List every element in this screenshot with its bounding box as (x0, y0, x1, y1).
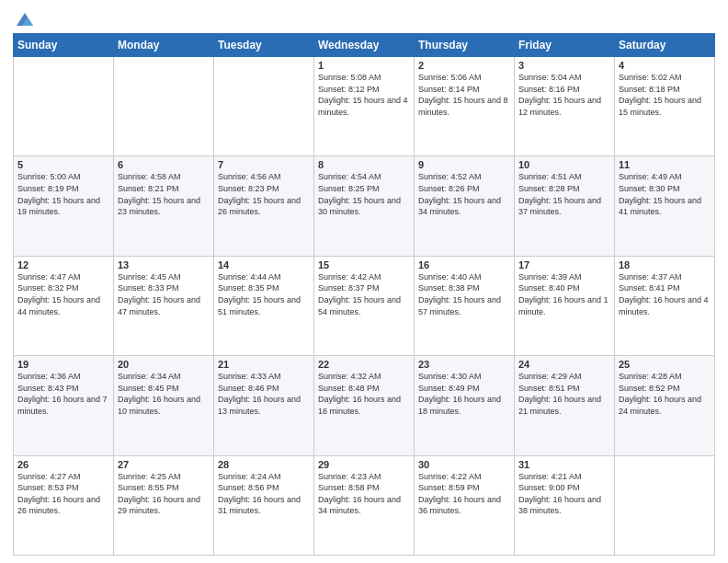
calendar-cell (615, 455, 715, 555)
day-info: Sunrise: 4:36 AM Sunset: 8:43 PM Dayligh… (17, 371, 109, 417)
day-info: Sunrise: 4:23 AM Sunset: 8:58 PM Dayligh… (318, 471, 410, 517)
day-number: 17 (518, 259, 610, 270)
calendar-cell: 29Sunrise: 4:23 AM Sunset: 8:58 PM Dayli… (314, 455, 415, 555)
weekday-header-sunday: Sunday (14, 34, 114, 57)
day-info: Sunrise: 4:27 AM Sunset: 8:53 PM Dayligh… (17, 471, 109, 517)
day-number: 16 (418, 259, 510, 270)
calendar-cell: 17Sunrise: 4:39 AM Sunset: 8:40 PM Dayli… (515, 256, 615, 355)
day-info: Sunrise: 5:00 AM Sunset: 8:19 PM Dayligh… (17, 171, 109, 217)
calendar-cell: 25Sunrise: 4:28 AM Sunset: 8:52 PM Dayli… (615, 356, 715, 455)
calendar-cell: 8Sunrise: 4:54 AM Sunset: 8:25 PM Daylig… (314, 156, 415, 256)
day-number: 7 (218, 159, 310, 170)
header (13, 9, 715, 26)
day-number: 2 (418, 60, 510, 71)
day-number: 13 (118, 259, 210, 270)
day-info: Sunrise: 4:21 AM Sunset: 9:00 PM Dayligh… (518, 471, 610, 517)
day-number: 18 (619, 259, 711, 270)
calendar-cell: 12Sunrise: 4:47 AM Sunset: 8:32 PM Dayli… (14, 256, 114, 355)
day-info: Sunrise: 4:45 AM Sunset: 8:33 PM Dayligh… (118, 271, 210, 317)
day-info: Sunrise: 5:08 AM Sunset: 8:12 PM Dayligh… (318, 72, 410, 118)
day-number: 11 (619, 159, 711, 170)
day-number: 31 (518, 459, 610, 470)
day-info: Sunrise: 5:04 AM Sunset: 8:16 PM Dayligh… (518, 72, 610, 118)
calendar-cell: 27Sunrise: 4:25 AM Sunset: 8:55 PM Dayli… (114, 455, 214, 555)
day-number: 27 (118, 459, 210, 470)
calendar-header-row: SundayMondayTuesdayWednesdayThursdayFrid… (14, 34, 715, 57)
calendar-cell (114, 57, 214, 156)
day-number: 4 (619, 60, 711, 71)
day-number: 8 (318, 159, 410, 170)
day-number: 20 (118, 359, 210, 370)
day-number: 26 (17, 459, 109, 470)
calendar-table: SundayMondayTuesdayWednesdayThursdayFrid… (13, 33, 715, 556)
day-info: Sunrise: 4:56 AM Sunset: 8:23 PM Dayligh… (218, 171, 310, 217)
day-number: 25 (619, 359, 711, 370)
day-number: 30 (418, 459, 510, 470)
calendar-week-row-4: 19Sunrise: 4:36 AM Sunset: 8:43 PM Dayli… (14, 356, 715, 455)
calendar-cell: 26Sunrise: 4:27 AM Sunset: 8:53 PM Dayli… (14, 455, 114, 555)
day-number: 6 (118, 159, 210, 170)
day-number: 9 (418, 159, 510, 170)
calendar-cell: 6Sunrise: 4:58 AM Sunset: 8:21 PM Daylig… (114, 156, 214, 256)
day-number: 15 (318, 259, 410, 270)
day-info: Sunrise: 4:33 AM Sunset: 8:46 PM Dayligh… (218, 371, 310, 417)
day-info: Sunrise: 5:06 AM Sunset: 8:14 PM Dayligh… (418, 72, 510, 118)
day-info: Sunrise: 4:32 AM Sunset: 8:48 PM Dayligh… (318, 371, 410, 417)
day-number: 22 (318, 359, 410, 370)
day-info: Sunrise: 4:44 AM Sunset: 8:35 PM Dayligh… (218, 271, 310, 317)
day-info: Sunrise: 4:42 AM Sunset: 8:37 PM Dayligh… (318, 271, 410, 317)
weekday-header-monday: Monday (114, 34, 214, 57)
day-info: Sunrise: 4:30 AM Sunset: 8:49 PM Dayligh… (418, 371, 510, 417)
calendar-week-row-1: 1Sunrise: 5:08 AM Sunset: 8:12 PM Daylig… (14, 57, 715, 156)
calendar-cell: 10Sunrise: 4:51 AM Sunset: 8:28 PM Dayli… (515, 156, 615, 256)
calendar-cell: 7Sunrise: 4:56 AM Sunset: 8:23 PM Daylig… (214, 156, 314, 256)
day-number: 28 (218, 459, 310, 470)
calendar-week-row-5: 26Sunrise: 4:27 AM Sunset: 8:53 PM Dayli… (14, 455, 715, 555)
day-number: 14 (218, 259, 310, 270)
calendar-cell: 30Sunrise: 4:22 AM Sunset: 8:59 PM Dayli… (415, 455, 515, 555)
day-number: 3 (518, 60, 610, 71)
calendar-cell: 19Sunrise: 4:36 AM Sunset: 8:43 PM Dayli… (14, 356, 114, 455)
logo (13, 9, 35, 26)
day-number: 21 (218, 359, 310, 370)
day-info: Sunrise: 4:22 AM Sunset: 8:59 PM Dayligh… (418, 471, 510, 517)
weekday-header-friday: Friday (515, 34, 615, 57)
calendar-cell: 1Sunrise: 5:08 AM Sunset: 8:12 PM Daylig… (314, 57, 415, 156)
day-info: Sunrise: 4:47 AM Sunset: 8:32 PM Dayligh… (17, 271, 109, 317)
day-info: Sunrise: 4:58 AM Sunset: 8:21 PM Dayligh… (118, 171, 210, 217)
day-info: Sunrise: 4:54 AM Sunset: 8:25 PM Dayligh… (318, 171, 410, 217)
day-number: 1 (318, 60, 410, 71)
day-info: Sunrise: 4:34 AM Sunset: 8:45 PM Dayligh… (118, 371, 210, 417)
calendar-cell: 4Sunrise: 5:02 AM Sunset: 8:18 PM Daylig… (615, 57, 715, 156)
calendar-cell: 2Sunrise: 5:06 AM Sunset: 8:14 PM Daylig… (415, 57, 515, 156)
day-info: Sunrise: 5:02 AM Sunset: 8:18 PM Dayligh… (619, 72, 711, 118)
calendar-cell: 31Sunrise: 4:21 AM Sunset: 9:00 PM Dayli… (515, 455, 615, 555)
day-number: 19 (17, 359, 109, 370)
calendar-cell: 11Sunrise: 4:49 AM Sunset: 8:30 PM Dayli… (615, 156, 715, 256)
calendar-cell: 23Sunrise: 4:30 AM Sunset: 8:49 PM Dayli… (415, 356, 515, 455)
calendar-week-row-2: 5Sunrise: 5:00 AM Sunset: 8:19 PM Daylig… (14, 156, 715, 256)
day-info: Sunrise: 4:40 AM Sunset: 8:38 PM Dayligh… (418, 271, 510, 317)
calendar-cell: 24Sunrise: 4:29 AM Sunset: 8:51 PM Dayli… (515, 356, 615, 455)
calendar-cell: 28Sunrise: 4:24 AM Sunset: 8:56 PM Dayli… (214, 455, 314, 555)
calendar-cell (214, 57, 314, 156)
calendar-cell: 18Sunrise: 4:37 AM Sunset: 8:41 PM Dayli… (615, 256, 715, 355)
calendar-cell (14, 57, 114, 156)
calendar-cell: 21Sunrise: 4:33 AM Sunset: 8:46 PM Dayli… (214, 356, 314, 455)
day-info: Sunrise: 4:37 AM Sunset: 8:41 PM Dayligh… (619, 271, 711, 317)
page: SundayMondayTuesdayWednesdayThursdayFrid… (0, 0, 728, 563)
calendar-cell: 5Sunrise: 5:00 AM Sunset: 8:19 PM Daylig… (14, 156, 114, 256)
day-info: Sunrise: 4:51 AM Sunset: 8:28 PM Dayligh… (518, 171, 610, 217)
day-number: 29 (318, 459, 410, 470)
calendar-week-row-3: 12Sunrise: 4:47 AM Sunset: 8:32 PM Dayli… (14, 256, 715, 355)
day-number: 12 (17, 259, 109, 270)
calendar-cell: 13Sunrise: 4:45 AM Sunset: 8:33 PM Dayli… (114, 256, 214, 355)
calendar-cell: 20Sunrise: 4:34 AM Sunset: 8:45 PM Dayli… (114, 356, 214, 455)
day-number: 5 (17, 159, 109, 170)
weekday-header-tuesday: Tuesday (214, 34, 314, 57)
logo-icon (15, 9, 35, 29)
calendar-cell: 9Sunrise: 4:52 AM Sunset: 8:26 PM Daylig… (415, 156, 515, 256)
calendar-cell: 22Sunrise: 4:32 AM Sunset: 8:48 PM Dayli… (314, 356, 415, 455)
calendar-cell: 3Sunrise: 5:04 AM Sunset: 8:16 PM Daylig… (515, 57, 615, 156)
day-info: Sunrise: 4:49 AM Sunset: 8:30 PM Dayligh… (619, 171, 711, 217)
